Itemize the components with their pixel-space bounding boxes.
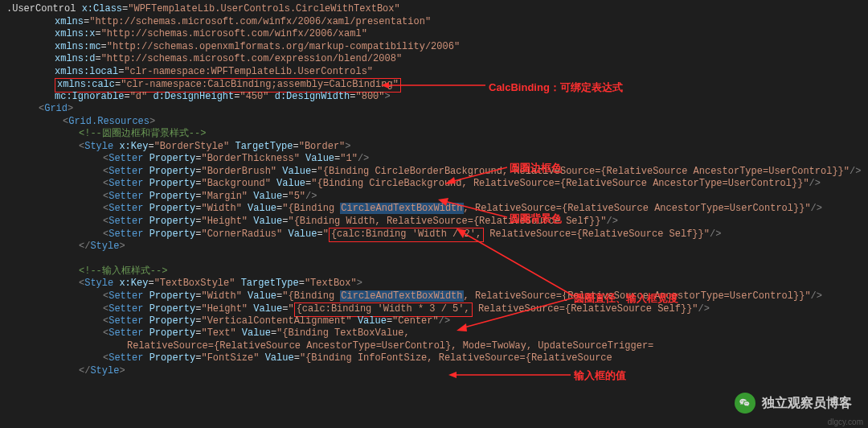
annotation-bgcolor: 圆圈背景色 — [510, 212, 562, 226]
comment: <!--圆圈边框和背景样式--> — [79, 128, 206, 139]
url-watermark: dlgcy.com — [828, 418, 863, 426]
watermark: 独立观察员博客 — [735, 393, 852, 414]
annotation-bordercolor: 圆圈边框色 — [510, 161, 562, 175]
annotation-calc: CalcBinding：可绑定表达式 — [489, 80, 623, 95]
code-editor[interactable]: .UserControl x:Class="WPFTemplateLib.Use… — [0, 0, 868, 381]
highlight-width1: CircleAndTextBoxWidth — [340, 203, 463, 214]
highlight-width2: CircleAndTextBoxWidth — [340, 290, 463, 302]
annotation-diamwidth: 圆圈直径、输入框宽度 — [574, 291, 678, 306]
wechat-icon — [735, 393, 755, 414]
tag: .UserControl — [6, 3, 76, 14]
comment: <!--输入框样式--> — [79, 265, 167, 277]
annotation-tbvalue: 输入框的值 — [574, 368, 626, 383]
